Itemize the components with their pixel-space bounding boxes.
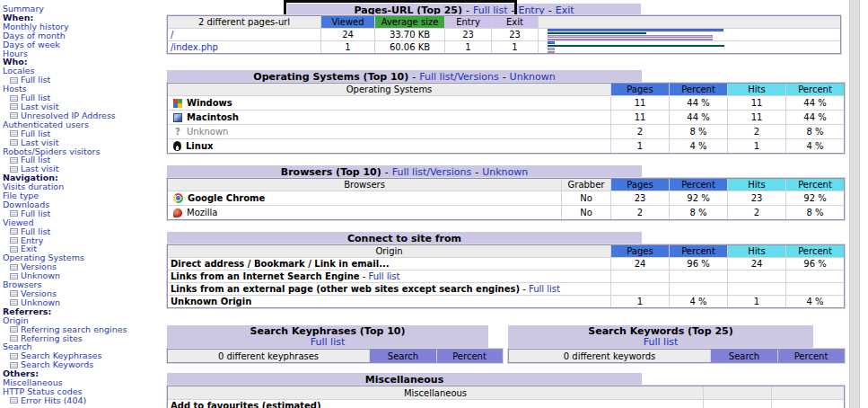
keyphrases-table: 0 different keyphrases Search Percent: [167, 349, 503, 363]
menu-box-icon: [10, 299, 18, 306]
percent-header: Percent: [669, 245, 727, 257]
menu-box-icon: [10, 290, 18, 297]
menu-box-icon: [10, 95, 18, 102]
unknown-question-icon: ?: [173, 127, 182, 137]
misc-table: Miscellaneous Add to favourites (estimat…: [167, 386, 845, 408]
percent-header: Percent: [436, 350, 502, 362]
sidebar-menu: SummaryWhen:Monthly historyDays of month…: [0, 0, 165, 408]
hits-header: Hits: [727, 84, 785, 95]
bars-header: [538, 16, 840, 28]
sidebar-item-label: Error Hits (404): [21, 396, 86, 405]
menu-box-icon: [10, 157, 18, 164]
table-row: Google Chrome No 23 92 % 23 92 %: [168, 191, 844, 205]
percent-value: [669, 271, 727, 282]
table-row: / 24 33.70 KB 23 23: [168, 28, 840, 40]
percent-value: 92 %: [785, 191, 844, 205]
percent-header: Percent: [785, 84, 844, 95]
percent-value: 8 %: [669, 125, 727, 138]
percent-value: 44 %: [669, 111, 727, 124]
pages-exit-link[interactable]: Exit: [556, 4, 574, 16]
misc-title-bar: Miscellaneous: [167, 373, 642, 386]
keyphrases-full-list-link[interactable]: Full list: [311, 337, 345, 348]
pages-header: Pages: [610, 84, 669, 95]
menu-box-icon: [10, 139, 18, 146]
pages-value: 2: [610, 206, 669, 219]
average-size-header: Average size: [374, 16, 444, 28]
menu-box-icon: [10, 103, 18, 110]
sidebar-item-label: Robots/Spiders visitors: [3, 146, 100, 156]
pages-value: 24: [610, 258, 669, 270]
grabber-header: Grabber: [561, 179, 610, 191]
sidebar-item-full-list[interactable]: Full list: [3, 75, 165, 84]
table-row: Links from an Internet Search Engine - F…: [168, 270, 844, 282]
pages-entry-link[interactable]: Entry: [518, 4, 544, 16]
hits-value: 24: [727, 258, 785, 270]
pages-count-header: 2 different pages-url: [168, 16, 320, 28]
pages-header: Pages: [610, 179, 669, 191]
menu-box-icon: [10, 353, 18, 359]
viewed-value: 1: [320, 41, 374, 53]
avg-size-bar: [548, 32, 646, 34]
main-content: Pages-URL (Top 25) - Full list - Entry -…: [167, 0, 850, 408]
search-header: Search: [369, 350, 436, 362]
menu-box-icon: [10, 273, 18, 279]
linux-penguin-icon: [173, 141, 181, 151]
separator: -: [363, 271, 366, 281]
browsers-unknown-link[interactable]: Unknown: [482, 166, 528, 178]
browsers-title-bar: Browsers (Top 10) - Full list/Versions -…: [167, 165, 642, 178]
os-unknown-link[interactable]: Unknown: [510, 71, 556, 83]
url-link[interactable]: /: [171, 30, 173, 40]
menu-box-icon: [10, 228, 18, 235]
menu-box-icon: [10, 326, 18, 333]
pages-value: 1: [610, 296, 669, 307]
percent-header: Percent: [785, 179, 844, 191]
percent-value: 4 %: [669, 139, 727, 153]
os-table: Operating Systems Pages Percent Hits Per…: [167, 83, 845, 154]
pages-value: 11: [610, 111, 669, 124]
connect-full-list-link[interactable]: Full list: [369, 271, 400, 281]
sidebar-item-error-hits-404[interactable]: Error Hits (404): [3, 396, 165, 405]
exit-value: 1: [491, 41, 538, 53]
menu-box-icon: [10, 210, 18, 217]
percent-value: [669, 283, 727, 295]
menu-box-icon: [10, 397, 18, 404]
url-link[interactable]: /index.php: [171, 42, 218, 52]
hits-value: 2: [727, 125, 785, 138]
viewed-bar: [548, 41, 555, 44]
browser-name: Mozilla: [187, 208, 217, 217]
menu-box-icon: [10, 77, 18, 84]
hits-value: [727, 283, 785, 295]
table-row: Unknown Origin 1 4 % 1 4 %: [168, 295, 844, 307]
hits-value: [727, 271, 785, 282]
windows-icon: [173, 99, 182, 108]
misc-value: [771, 400, 844, 408]
table-row: Macintosh 11 44 % 11 44 %: [168, 110, 844, 124]
percent-value: 44 %: [669, 96, 727, 110]
percent-value: 96 %: [669, 258, 727, 270]
menu-box-icon: [10, 362, 18, 368]
browsers-full-list-versions-link[interactable]: Full list/Versions: [392, 166, 471, 178]
os-title: Operating Systems (Top 10): [253, 71, 408, 83]
hits-value: 11: [727, 96, 785, 110]
hits-header: Hits: [727, 245, 785, 257]
exit-bar: [548, 51, 555, 53]
os-full-list-versions-link[interactable]: Full list/Versions: [419, 71, 498, 83]
keywords-header-row: 0 different keywords Search Percent: [509, 350, 844, 362]
percent-value: 92 %: [669, 191, 727, 205]
table-row: Linux 1 4 % 1 4 %: [168, 138, 844, 153]
keywords-full-list-link[interactable]: Full list: [644, 337, 678, 348]
menu-box-icon: [10, 335, 18, 341]
browsers-title: Browsers (Top 10): [281, 166, 381, 178]
entry-value: 23: [444, 29, 491, 40]
connect-full-list-link[interactable]: Full list: [529, 284, 560, 294]
pages-value: [610, 271, 669, 282]
os-header-row: Operating Systems Pages Percent Hits Per…: [168, 84, 844, 95]
separator: -: [475, 166, 478, 178]
table-row: ?Unknown 2 8 % 2 8 %: [168, 124, 844, 138]
hits-value: 1: [727, 139, 785, 153]
percent-header: Percent: [669, 84, 727, 95]
os-col-header: Operating Systems: [168, 84, 610, 95]
percent-value: 44 %: [785, 96, 844, 110]
menu-box-icon: [10, 112, 18, 119]
scrollbar-track[interactable]: [849, 0, 860, 408]
